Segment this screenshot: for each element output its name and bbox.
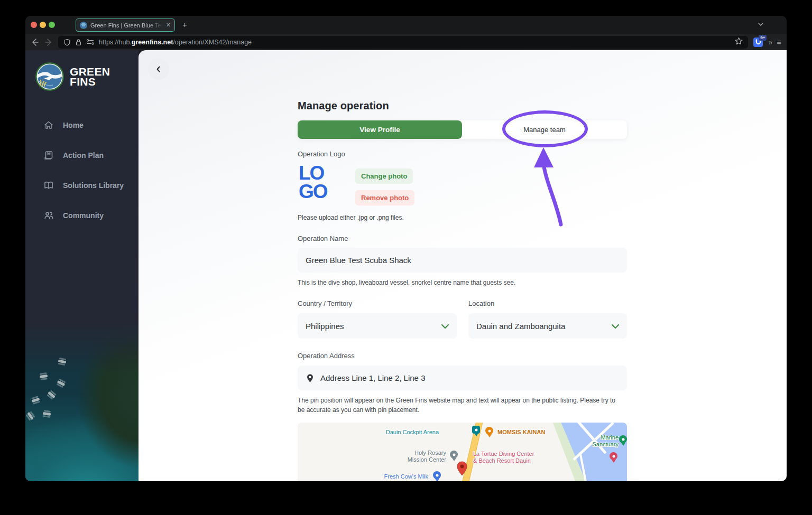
forward-icon[interactable] bbox=[44, 38, 53, 46]
boat bbox=[58, 359, 67, 363]
permissions-icon[interactable] bbox=[86, 39, 95, 45]
location-label: Location bbox=[468, 299, 494, 307]
shield-icon[interactable] bbox=[63, 39, 71, 46]
operation-address-input[interactable]: Address Line 1, Line 2, Line 3 bbox=[298, 366, 627, 390]
browser-window: Green Fins | Green Blue Test Sc ✕ + http… bbox=[25, 16, 787, 481]
boat bbox=[40, 374, 48, 378]
map-label-marine-sanctuary: Marine Sanctuary bbox=[592, 434, 619, 448]
operation-name-label: Operation Name bbox=[298, 235, 348, 242]
operation-name-helper: This is the dive shop, liveaboard vessel… bbox=[298, 278, 515, 287]
boat bbox=[43, 412, 51, 416]
operation-name-value: Green Blue Test Scuba Shack bbox=[306, 256, 411, 265]
upload-note: Please upload either .jpg or .png files. bbox=[298, 213, 404, 222]
boat bbox=[27, 412, 34, 420]
maximize-window-button[interactable] bbox=[49, 22, 55, 28]
sidebar-item-label: Action Plan bbox=[63, 151, 104, 160]
main-content: Manage operation View Profile Manage tea… bbox=[139, 50, 787, 481]
address-bar[interactable]: https://hub.greenfins.net/operation/XMS4… bbox=[58, 36, 748, 49]
operation-address-value: Address Line 1, Line 2, Line 3 bbox=[320, 373, 425, 382]
extension-badge: 9+ bbox=[759, 35, 767, 41]
toolbar-overflow-icon[interactable]: » bbox=[768, 38, 771, 46]
boat bbox=[48, 391, 56, 398]
bookmark-star-icon[interactable] bbox=[735, 37, 743, 47]
action-plan-icon bbox=[43, 150, 54, 161]
greenfins-favicon bbox=[80, 22, 87, 29]
resort-pin-icon bbox=[610, 452, 617, 460]
chevron-down-icon bbox=[611, 322, 620, 331]
tab-view-profile[interactable]: View Profile bbox=[298, 120, 462, 139]
community-icon bbox=[43, 210, 54, 221]
location-select[interactable]: Dauin and Zamboanguita bbox=[468, 313, 627, 339]
map-pin-icon bbox=[306, 373, 314, 383]
annotation-arrow bbox=[527, 139, 575, 231]
sidebar-item-label: Community bbox=[63, 211, 104, 220]
sidebar-item-label: Solutions Library bbox=[63, 181, 124, 190]
lock-icon[interactable] bbox=[75, 39, 82, 46]
operation-logo-image: LO GO bbox=[299, 164, 327, 201]
sidebar-item-action-plan[interactable]: Action Plan bbox=[25, 148, 139, 163]
operation-name-input[interactable]: Green Blue Test Scuba Shack bbox=[298, 248, 627, 273]
greenfins-logo-icon bbox=[35, 62, 64, 91]
back-icon[interactable] bbox=[31, 38, 39, 46]
address-helper: The pin position will appear on the Gree… bbox=[298, 396, 619, 415]
tab-title: Green Fins | Green Blue Test Sc bbox=[90, 22, 163, 29]
sidebar-photo bbox=[25, 323, 139, 481]
map-label-la-tortue: La Tortue Diving Center & Beach Resort D… bbox=[473, 451, 534, 464]
sidebar-nav: Home Action Plan Solutions Library Commu… bbox=[25, 118, 139, 223]
arena-pin-icon bbox=[472, 426, 480, 434]
minimize-window-button[interactable] bbox=[40, 22, 46, 28]
page-title: Manage operation bbox=[298, 100, 389, 112]
tab-strip: Green Fins | Green Blue Test Sc ✕ + bbox=[25, 16, 787, 34]
shop-pin-icon bbox=[433, 471, 441, 479]
chevron-down-icon bbox=[441, 322, 449, 331]
boat bbox=[32, 398, 40, 402]
map-label-arena: Dauin Cockpit Arena bbox=[386, 429, 439, 436]
sidebar-item-solutions-library[interactable]: Solutions Library bbox=[25, 178, 139, 193]
greenfins-logo: GREEN FINS bbox=[25, 50, 139, 97]
extension-icon[interactable]: 9+ bbox=[753, 38, 763, 47]
browser-tab[interactable]: Green Fins | Green Blue Test Sc ✕ bbox=[76, 18, 175, 32]
solutions-library-icon bbox=[43, 180, 54, 191]
sidebar-item-home[interactable]: Home bbox=[25, 118, 139, 133]
browser-toolbar: https://hub.greenfins.net/operation/XMS4… bbox=[25, 34, 787, 50]
operation-logo-label: Operation Logo bbox=[298, 150, 345, 158]
profile-tabs: View Profile Manage team bbox=[298, 120, 627, 139]
tab-manage-team[interactable]: Manage team bbox=[462, 120, 627, 139]
operation-address-label: Operation Address bbox=[298, 352, 355, 360]
remove-photo-button[interactable]: Remove photo bbox=[355, 190, 414, 205]
map-label-holy-rosary: Holy Rosary Mission Center bbox=[408, 450, 446, 463]
new-tab-button[interactable]: + bbox=[182, 20, 187, 29]
close-window-button[interactable] bbox=[31, 22, 37, 28]
boat bbox=[57, 380, 66, 386]
chevron-left-icon bbox=[155, 65, 162, 73]
country-select[interactable]: Philippines bbox=[298, 313, 457, 339]
traffic-lights bbox=[31, 22, 55, 28]
country-label: Country / Territory bbox=[298, 299, 352, 307]
change-photo-button[interactable]: Change photo bbox=[355, 168, 413, 184]
tab-list-chevron-icon[interactable] bbox=[757, 21, 764, 30]
map-label-fresh-cows-milk: Fresh Cow's Milk bbox=[384, 473, 428, 480]
sidebar-item-label: Home bbox=[63, 121, 84, 129]
url-text[interactable]: https://hub.greenfins.net/operation/XMS4… bbox=[99, 39, 252, 46]
church-pin-icon bbox=[450, 451, 458, 458]
country-value: Philippines bbox=[306, 322, 344, 331]
location-value: Dauin and Zamboanguita bbox=[476, 322, 565, 331]
brand-wordmark: GREEN FINS bbox=[70, 67, 110, 87]
sidebar-item-community[interactable]: Community bbox=[25, 208, 139, 223]
restaurant-pin-icon bbox=[485, 427, 493, 435]
red-location-marker[interactable] bbox=[456, 461, 468, 480]
map-label-momsis: MOMSIS KAINAN bbox=[497, 429, 545, 436]
sidebar: GREEN FINS Home Action Plan Solutions Li… bbox=[25, 50, 139, 481]
location-map[interactable]: Dauin Cockpit Arena MOMSIS KAINAN Holy R… bbox=[298, 423, 627, 481]
home-icon bbox=[43, 120, 54, 130]
tab-close-icon[interactable]: ✕ bbox=[166, 22, 171, 28]
back-button[interactable] bbox=[148, 59, 169, 80]
menu-icon[interactable]: ≡ bbox=[777, 38, 781, 46]
sanctuary-pin-icon bbox=[619, 435, 627, 443]
